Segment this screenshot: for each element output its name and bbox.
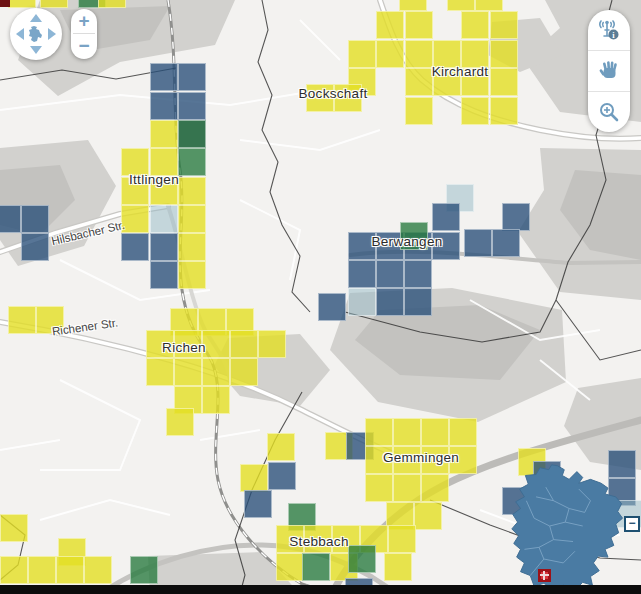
town-label: Kirchardt bbox=[432, 64, 489, 79]
town-label: Berwangen bbox=[372, 234, 443, 249]
magnifier-plus-icon bbox=[596, 99, 622, 125]
map-toolbar: i bbox=[588, 10, 630, 132]
zoom-rectangle-button[interactable] bbox=[588, 91, 630, 132]
pan-right-arrow-icon[interactable] bbox=[48, 28, 56, 40]
town-label: Gemmingen bbox=[383, 450, 459, 465]
pan-left-arrow-icon[interactable] bbox=[16, 28, 24, 40]
antenna-info-button[interactable]: i bbox=[588, 10, 630, 50]
corner-chip bbox=[0, 0, 10, 7]
street-label: Richener Str. bbox=[51, 316, 119, 337]
map-label-layer: KirchardtBockschaftIttlingenBerwangenRic… bbox=[0, 0, 641, 594]
zoom-control[interactable]: + − bbox=[71, 9, 97, 59]
town-label: Ittlingen bbox=[129, 172, 179, 187]
map-canvas[interactable]: KirchardtBockschaftIttlingenBerwangenRic… bbox=[0, 0, 641, 594]
antenna-info-icon: i bbox=[595, 16, 623, 44]
town-label: Bockschaft bbox=[298, 86, 367, 101]
germany-overview-icon[interactable] bbox=[28, 25, 44, 43]
pan-tool-button[interactable] bbox=[588, 50, 630, 91]
overview-position-marker bbox=[538, 569, 551, 582]
town-label: Richen bbox=[162, 340, 206, 355]
town-label: Stebbach bbox=[289, 534, 348, 549]
hand-icon bbox=[596, 58, 622, 84]
bottom-bar bbox=[0, 585, 641, 594]
pan-up-arrow-icon[interactable] bbox=[30, 14, 42, 22]
pan-down-arrow-icon[interactable] bbox=[30, 46, 42, 54]
zoom-out-button[interactable]: − bbox=[71, 34, 97, 58]
zoom-in-button[interactable]: + bbox=[71, 9, 97, 33]
pan-control[interactable] bbox=[10, 8, 62, 60]
street-label: Hilsbacher Str. bbox=[50, 219, 126, 248]
overview-collapse-button[interactable]: − bbox=[624, 516, 640, 532]
